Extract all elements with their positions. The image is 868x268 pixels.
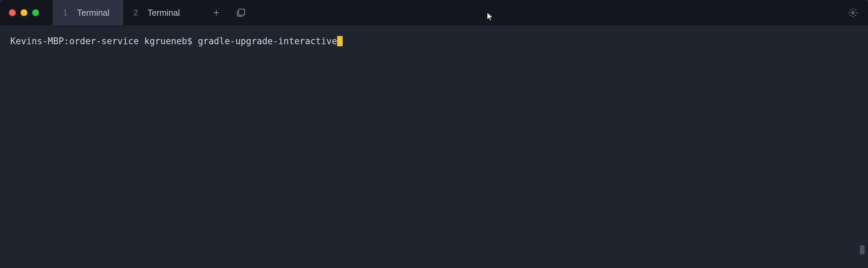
tab-label: Terminal: [148, 8, 180, 18]
split-pane-button[interactable]: [235, 7, 246, 18]
zoom-window-button[interactable]: [32, 9, 39, 16]
plus-icon: [212, 9, 220, 17]
terminal-cursor: [337, 36, 343, 46]
tab-bar: 1 Terminal 2 Terminal: [53, 0, 194, 25]
terminal-viewport[interactable]: Kevins-MBP:order-service kgrueneb$ gradl…: [0, 25, 868, 268]
gear-icon: [848, 8, 858, 17]
tab-number: 2: [133, 8, 138, 17]
new-tab-button[interactable]: [211, 7, 222, 18]
tab-terminal-1[interactable]: 1 Terminal: [53, 0, 123, 25]
close-window-button[interactable]: [9, 9, 16, 16]
prompt-line: Kevins-MBP:order-service kgrueneb$ gradl…: [10, 35, 858, 47]
traffic-lights: [0, 9, 39, 16]
scrollbar-thumb[interactable]: [860, 245, 865, 254]
svg-rect-2: [239, 9, 245, 15]
tab-label: Terminal: [77, 8, 109, 18]
tab-terminal-2[interactable]: 2 Terminal: [123, 0, 194, 25]
minimize-window-button[interactable]: [21, 9, 27, 16]
shell-prompt: Kevins-MBP:order-service kgrueneb$: [10, 35, 198, 47]
title-bar: 1 Terminal 2 Terminal: [0, 0, 868, 25]
svg-point-3: [852, 12, 854, 14]
settings-button[interactable]: [847, 7, 858, 18]
command-input: gradle-upgrade-interactive: [198, 35, 337, 47]
tab-actions: [211, 7, 246, 18]
split-pane-icon: [236, 8, 246, 17]
tab-number: 1: [63, 8, 67, 17]
